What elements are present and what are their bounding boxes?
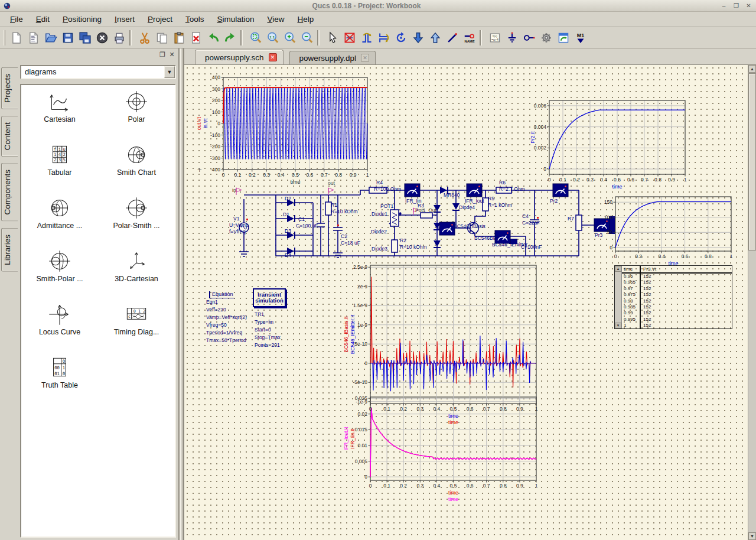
vertical-scrollbar[interactable]: ▲ ▼: [748, 65, 756, 540]
chevron-down-icon[interactable]: ▼: [164, 66, 175, 78]
dock-splitter[interactable]: [178, 48, 184, 540]
insert-equation-icon[interactable]: f(u)=u+4: [487, 30, 503, 46]
transient-simulation-block[interactable]: transient simulation: [253, 288, 286, 307]
go-into-subcircuit-icon[interactable]: [410, 30, 426, 46]
list-item-smith-polar[interactable]: Smith-Polar ...: [21, 249, 98, 302]
sidebar-tab-libraries[interactable]: Libraries: [1, 228, 18, 272]
dock-header: ❐ ✕: [0, 50, 178, 60]
component-group-select[interactable]: diagrams ▼: [20, 65, 176, 79]
view-data-display-icon[interactable]: [555, 30, 571, 46]
menu-positioning[interactable]: Positioning: [56, 13, 108, 25]
menu-view[interactable]: View: [260, 13, 291, 25]
select-icon[interactable]: [324, 30, 340, 46]
insert-wire-label-icon[interactable]: NAME: [461, 30, 477, 46]
new-text-document-icon[interactable]: [25, 30, 41, 46]
dock-close-icon[interactable]: ✕: [168, 51, 176, 59]
schematic-canvas[interactable]: +: [184, 65, 748, 540]
print-document-icon[interactable]: [111, 30, 127, 46]
bc546-diagram[interactable]: 00.10.20.30.40.50.60.70.80.912.5e-92e-91…: [343, 264, 538, 425]
zoom-one-to-one-icon[interactable]: 1:1: [265, 30, 281, 46]
svg-text:0.8: 0.8: [335, 172, 342, 178]
svg-text:-300: -300: [210, 155, 220, 161]
dock-float-icon[interactable]: ❐: [158, 51, 167, 59]
list-item-polar[interactable]: Polar: [98, 90, 175, 143]
component-label: BC546_IBasis: [454, 224, 485, 229]
cut-icon[interactable]: [136, 30, 152, 46]
pr2-diagram[interactable]: 00.10.20.30.40.50.60.70.80.910.0060.0040…: [530, 100, 687, 190]
vt-diagram[interactable]: 00.10.20.30.40.50.60.70.80.9140030020010…: [196, 74, 369, 185]
tab-close-icon[interactable]: ✕: [269, 53, 277, 61]
list-item-smith-chart[interactable]: Smith Chart: [98, 143, 175, 196]
list-item-cartesian[interactable]: Cartesian: [21, 90, 98, 143]
table-scrollbar[interactable]: ▲ ▼: [615, 266, 622, 328]
tabular-diagram[interactable]: ▲ ▼ timePr3.Vt0.961520.9651520.971520.97…: [614, 265, 732, 329]
scroll-down-icon[interactable]: ▼: [748, 532, 756, 540]
list-item-tabular[interactable]: fiu142235 Tabular: [21, 143, 98, 196]
list-item-locus-curve[interactable]: Locus Curve: [21, 302, 98, 356]
pr3-diagram[interactable]: 00.20.40.60.81150100500time: [604, 197, 733, 266]
close-button[interactable]: ✕: [744, 2, 754, 10]
menu-edit[interactable]: Edit: [30, 13, 56, 25]
menu-simulation[interactable]: Simulation: [210, 13, 260, 25]
close-document-icon[interactable]: [94, 30, 110, 46]
insert-wire-icon[interactable]: [444, 30, 460, 46]
svg-text:0: 0: [364, 360, 367, 366]
scroll-up-icon[interactable]: ▲: [748, 65, 756, 73]
list-item-polar-smith[interactable]: Polar-Smith ...: [98, 196, 175, 249]
scrollbar-thumb[interactable]: [748, 73, 756, 251]
redo-icon[interactable]: [222, 30, 238, 46]
insert-port-icon[interactable]: [521, 30, 537, 46]
scroll-down-icon[interactable]: ▼: [615, 323, 621, 328]
list-item-truth-table[interactable]: Q001010 Truth Table: [21, 356, 98, 409]
scroll-up-icon[interactable]: ▲: [615, 266, 621, 272]
open-document-icon[interactable]: [43, 30, 58, 46]
tab-powersupply-dpl[interactable]: powersupply.dpl ✕: [289, 51, 376, 64]
new-document-icon[interactable]: [8, 30, 24, 46]
deactivate-component-icon[interactable]: [341, 30, 357, 46]
svg-text:0.7: 0.7: [321, 172, 328, 178]
menu-project[interactable]: Project: [141, 13, 179, 25]
zoom-in-icon[interactable]: [282, 30, 298, 46]
list-item-3d-cartesian[interactable]: 3D-Cartesian: [98, 249, 175, 302]
toolbar-handle[interactable]: [4, 30, 5, 45]
equation-block[interactable]: Equation: [209, 291, 234, 298]
list-item-timing-diagram[interactable]: 0 1 2c Timing Diag...: [98, 302, 175, 356]
tab-close-icon[interactable]: ✕: [361, 54, 369, 62]
sidebar-tab-content[interactable]: Content: [1, 116, 18, 157]
component-label: D1: [283, 212, 289, 217]
menu-insert[interactable]: Insert: [108, 13, 141, 25]
menu-help[interactable]: Help: [291, 13, 321, 25]
set-marker-icon[interactable]: M1: [572, 30, 588, 46]
svg-text:0.4: 0.4: [658, 253, 665, 259]
simulate-icon[interactable]: [538, 30, 554, 46]
paste-icon[interactable]: [171, 30, 187, 46]
component-label: R1: [331, 203, 337, 208]
svg-text:1: 1: [63, 365, 65, 370]
ifr-diagram[interactable]: 00.10.20.30.40.50.60.70.80.910.0250.020.…: [343, 395, 538, 502]
svg-text:0.7: 0.7: [483, 406, 490, 412]
delete-icon[interactable]: [188, 30, 204, 46]
mirror-about-y-icon[interactable]: [376, 30, 392, 46]
component-label: D3: [285, 229, 291, 234]
minimize-button[interactable]: –: [719, 2, 729, 10]
zoom-fit-icon[interactable]: [247, 30, 263, 46]
svg-text:0: 0: [364, 474, 367, 480]
svg-text:0.1: 0.1: [559, 177, 566, 183]
copy-icon[interactable]: [154, 30, 170, 46]
save-document-icon[interactable]: [60, 30, 76, 46]
insert-ground-icon[interactable]: [504, 30, 520, 46]
undo-icon[interactable]: [205, 30, 221, 46]
pop-out-icon[interactable]: [427, 30, 443, 46]
menu-file[interactable]: File: [4, 13, 30, 25]
sidebar-tab-projects[interactable]: Projects: [1, 67, 18, 109]
curve-Pr3.Vt[interactable]: [615, 201, 731, 248]
mirror-about-x-icon[interactable]: [359, 30, 374, 46]
rotate-component-icon[interactable]: [393, 30, 409, 46]
sidebar-tab-components[interactable]: Components: [1, 163, 18, 222]
zoom-out-icon[interactable]: [299, 30, 315, 46]
save-all-documents-icon[interactable]: [77, 30, 93, 46]
menu-tools[interactable]: Tools: [179, 13, 211, 25]
restore-button[interactable]: ❐: [731, 2, 741, 10]
tab-powersupply-sch[interactable]: powersupply.sch ✕: [195, 50, 284, 64]
list-item-admittance-smith[interactable]: Admittance ...: [21, 196, 98, 249]
